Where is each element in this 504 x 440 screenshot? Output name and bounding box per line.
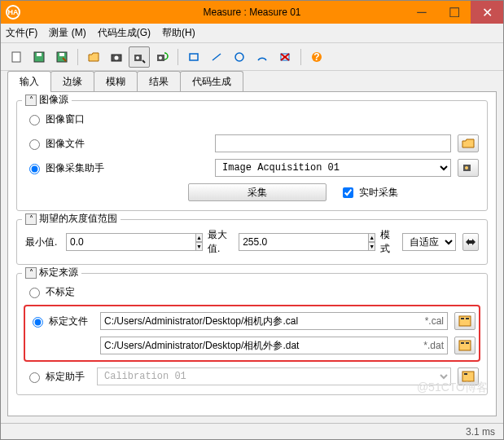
menu-measure[interactable]: 测量 (M): [49, 26, 85, 40]
group-legend: 标定来源: [39, 266, 78, 279]
save-as-icon[interactable]: [51, 46, 72, 68]
tab-row: 输入 边缘 模糊 结果 代码生成: [1, 71, 503, 92]
maximize-button[interactable]: ☐: [438, 1, 471, 24]
svg-rect-11: [190, 54, 198, 60]
titlebar: HA Measure : Measure 01 ─ ☐ ✕: [1, 1, 503, 24]
spin-down[interactable]: ▼: [195, 242, 203, 251]
roi-circle-icon[interactable]: [229, 46, 250, 68]
delete-roi-icon[interactable]: [274, 46, 296, 68]
svg-point-6: [115, 55, 119, 59]
save-icon[interactable]: [28, 46, 50, 68]
collapse-icon[interactable]: ˄: [25, 267, 37, 279]
tab-input[interactable]: 输入: [7, 71, 51, 92]
min-label: 最小值.: [25, 235, 59, 249]
max-value-input[interactable]: [239, 233, 368, 251]
acquire-button[interactable]: 采集: [188, 183, 327, 201]
menu-codegen[interactable]: 代码生成(G): [98, 26, 151, 40]
auto-adjust-button[interactable]: [462, 233, 479, 251]
radio-image-assistant[interactable]: 图像采集助手: [25, 161, 104, 175]
browse-calib1-button[interactable]: [454, 312, 476, 330]
radio-calib-assistant[interactable]: 标定助手: [25, 370, 90, 384]
tab-result[interactable]: 结果: [137, 71, 181, 92]
radio-no-calib[interactable]: 不标定: [25, 285, 103, 299]
menubar: 文件(F) 测量 (M) 代码生成(G) 帮助(H): [1, 24, 503, 43]
open-icon[interactable]: [83, 46, 104, 68]
collapse-icon[interactable]: ˄: [25, 95, 37, 106]
svg-rect-25: [461, 342, 464, 344]
browse-calib2-button[interactable]: [454, 337, 476, 354]
svg-line-12: [213, 54, 221, 60]
close-button[interactable]: ✕: [471, 1, 503, 24]
tab-edges[interactable]: 边缘: [50, 71, 94, 92]
calib-assistant-button[interactable]: [458, 367, 479, 385]
browse-file-button[interactable]: [458, 134, 479, 152]
mode-select[interactable]: 自适应: [402, 233, 456, 251]
spin-up[interactable]: ▲: [195, 233, 203, 242]
spin-up[interactable]: ▲: [368, 233, 375, 242]
tab-content: ˄ 图像源 图像窗口 图像文件 图像采集助手: [7, 91, 497, 416]
spin-down[interactable]: ▼: [368, 242, 375, 251]
app-icon: HA: [6, 5, 20, 20]
group-legend: 期望的灰度值范围: [39, 212, 117, 226]
svg-text:?: ?: [313, 51, 319, 63]
minimize-button[interactable]: ─: [405, 1, 438, 24]
svg-rect-21: [459, 316, 471, 326]
svg-rect-0: [12, 52, 20, 62]
assistant-settings-button[interactable]: [458, 159, 479, 177]
svg-point-13: [235, 53, 243, 61]
group-image-source: ˄ 图像源 图像窗口 图像文件 图像采集助手: [16, 100, 488, 211]
radio-calib-file[interactable]: 标定文件: [28, 315, 94, 328]
svg-rect-23: [466, 318, 469, 319]
roi-line-icon[interactable]: [206, 46, 227, 68]
radio-image-file[interactable]: 图像文件: [25, 137, 103, 151]
help-icon[interactable]: ?: [306, 46, 327, 68]
highlight-box: 标定文件 C:/Users/Administrator/Desktop/相机内参…: [24, 305, 480, 362]
group-calib-source: ˄ 标定来源 不标定 标定文件 C:/Users/Administrator/D…: [16, 273, 488, 395]
svg-rect-28: [464, 373, 467, 375]
radio-image-window[interactable]: 图像窗口: [25, 112, 103, 126]
image-file-input[interactable]: [215, 134, 451, 152]
loop-grab-icon[interactable]: [151, 46, 173, 68]
tab-codegen[interactable]: 代码生成: [180, 71, 243, 92]
toolbar: ?: [1, 43, 503, 71]
svg-rect-24: [459, 341, 471, 350]
group-legend: 图像源: [39, 93, 68, 107]
realtime-checkbox[interactable]: 实时采集: [340, 185, 398, 200]
svg-point-10: [159, 56, 162, 59]
calib-path1-input[interactable]: C:/Users/Administrator/Desktop/相机内参.cal …: [100, 312, 448, 330]
group-gray-range: ˄ 期望的灰度值范围 最小值. ▲▼ 最大值. ▲▼ 模式 自适应: [16, 219, 488, 265]
min-value-input[interactable]: [66, 233, 195, 251]
status-time: 3.1 ms: [466, 426, 495, 438]
svg-rect-27: [462, 372, 474, 381]
svg-rect-26: [466, 342, 469, 344]
statusbar: 3.1 ms: [1, 423, 503, 439]
calib-assistant-select[interactable]: Calibration 01: [97, 367, 451, 385]
grab-icon[interactable]: [129, 46, 150, 68]
roi-arc-icon[interactable]: [252, 46, 273, 68]
window-title: Measure : Measure 01: [203, 7, 300, 18]
collapse-icon[interactable]: ˄: [25, 213, 37, 225]
calib-path2-input[interactable]: C:/Users/Administrator/Desktop/相机外参.dat …: [100, 337, 448, 354]
tab-blur[interactable]: 模糊: [94, 71, 138, 92]
svg-point-20: [465, 166, 468, 169]
roi-rect-icon[interactable]: [183, 46, 204, 68]
menu-file[interactable]: 文件(F): [6, 26, 37, 40]
camera-icon[interactable]: [106, 46, 127, 68]
assistant-select[interactable]: Image Acquisition 01: [215, 159, 451, 177]
svg-rect-2: [37, 53, 42, 56]
svg-rect-4: [59, 53, 64, 56]
new-icon[interactable]: [6, 46, 27, 68]
menu-help[interactable]: 帮助(H): [162, 26, 195, 40]
svg-rect-22: [461, 318, 464, 319]
max-label: 最大值.: [208, 228, 232, 256]
svg-point-8: [136, 56, 139, 59]
mode-label: 模式: [380, 228, 395, 256]
